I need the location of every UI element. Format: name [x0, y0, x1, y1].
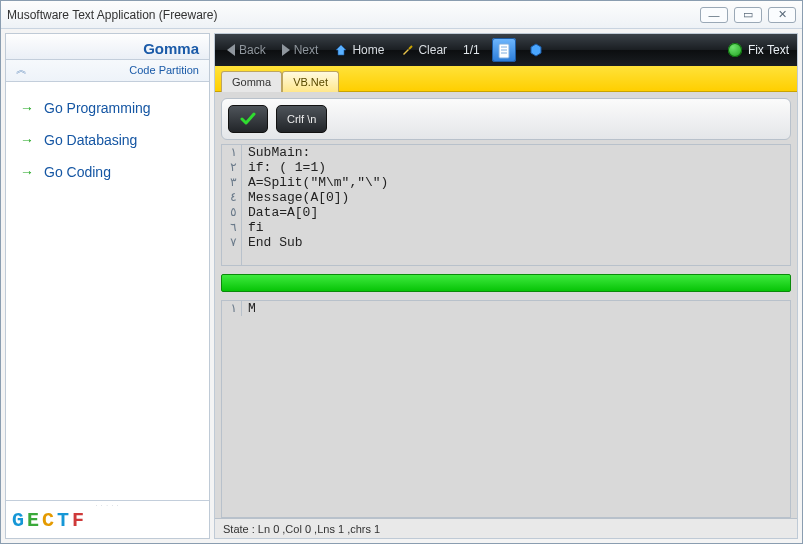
page-counter: 1/1 — [459, 43, 484, 57]
home-label: Home — [352, 43, 384, 57]
next-label: Next — [294, 43, 319, 57]
toolbar: Back Next Home Clear — [215, 34, 797, 66]
logo: GECTF — [6, 507, 209, 538]
status-text: State : Ln 0 ,Col 0 ,Lns 1 ,chrs 1 — [223, 523, 380, 535]
minimize-button[interactable]: — — [700, 7, 728, 23]
sidebar-item-programming[interactable]: → Go Programming — [12, 92, 203, 124]
window-title: Musoftware Text Application (Freeware) — [7, 8, 700, 22]
code-line: Data=A[0] — [242, 205, 318, 220]
back-icon — [227, 44, 235, 56]
tab-vbnet[interactable]: VB.Net — [282, 71, 339, 92]
sidebar-footer: . . . . . GECTF — [6, 500, 209, 538]
gutter: ١ — [222, 301, 242, 316]
code-line: Message(A[0]) — [242, 190, 349, 205]
sidebar: Gomma ︽ Code Partition → Go Programming … — [5, 33, 210, 539]
fix-text-button[interactable]: Fix Text — [728, 43, 789, 57]
arrow-right-icon: → — [20, 132, 34, 148]
svg-marker-5 — [531, 44, 541, 56]
document-button[interactable] — [492, 38, 516, 62]
gutter: ٢ — [222, 160, 242, 175]
hex-button[interactable] — [524, 38, 548, 62]
check-circle-icon — [728, 43, 742, 57]
output-panel[interactable]: ١M — [221, 300, 791, 518]
back-button[interactable]: Back — [223, 41, 270, 59]
arrow-right-icon: → — [20, 164, 34, 180]
code-editor[interactable]: ١SubMain: ٢if: ( 1=1) ٣A=Split("M\m","\"… — [221, 144, 791, 266]
progress-bar — [221, 274, 791, 292]
clear-label: Clear — [418, 43, 447, 57]
sidebar-subheader-label: Code Partition — [129, 64, 199, 76]
output-line: M — [242, 301, 256, 316]
svg-line-0 — [409, 46, 412, 49]
tab-strip: Gomma VB.Net — [215, 66, 797, 92]
close-button[interactable]: ✕ — [768, 7, 796, 23]
sidebar-item-label: Go Databasing — [44, 132, 137, 148]
hexagon-icon — [529, 43, 543, 57]
sidebar-list: → Go Programming → Go Databasing → Go Co… — [6, 82, 209, 500]
document-icon — [497, 43, 511, 57]
window-buttons: — ▭ ✕ — [700, 7, 796, 23]
code-line: End Sub — [242, 235, 303, 250]
gutter: ١ — [222, 145, 242, 160]
code-line: SubMain: — [242, 145, 310, 160]
home-icon — [334, 43, 348, 57]
next-button[interactable]: Next — [278, 41, 323, 59]
sidebar-header: Gomma — [6, 34, 209, 60]
gutter — [222, 250, 242, 265]
code-line: fi — [242, 220, 264, 235]
body: Gomma ︽ Code Partition → Go Programming … — [1, 29, 802, 543]
clear-button[interactable]: Clear — [396, 41, 451, 59]
gutter: ٧ — [222, 235, 242, 250]
sidebar-item-databasing[interactable]: → Go Databasing — [12, 124, 203, 156]
maximize-button[interactable]: ▭ — [734, 7, 762, 23]
fix-text-label: Fix Text — [748, 43, 789, 57]
code-line: if: ( 1=1) — [242, 160, 326, 175]
check-icon — [239, 110, 257, 128]
run-button[interactable] — [228, 105, 268, 133]
panel-toolbar: Crlf \n — [221, 98, 791, 140]
home-button[interactable]: Home — [330, 41, 388, 59]
sidebar-item-coding[interactable]: → Go Coding — [12, 156, 203, 188]
next-icon — [282, 44, 290, 56]
sidebar-item-label: Go Programming — [44, 100, 151, 116]
back-label: Back — [239, 43, 266, 57]
content: Crlf \n ١SubMain: ٢if: ( 1=1) ٣A=Split("… — [215, 92, 797, 518]
svg-rect-1 — [499, 44, 509, 58]
arrow-right-icon: → — [20, 100, 34, 116]
sidebar-subheader[interactable]: ︽ Code Partition — [6, 60, 209, 82]
chevron-up-icon: ︽ — [16, 62, 27, 77]
crlf-button[interactable]: Crlf \n — [276, 105, 327, 133]
gutter: ٦ — [222, 220, 242, 235]
tab-gomma[interactable]: Gomma — [221, 71, 282, 92]
broom-icon — [400, 43, 414, 57]
gutter: ٤ — [222, 190, 242, 205]
code-line: A=Split("M\m","\") — [242, 175, 388, 190]
gutter: ٣ — [222, 175, 242, 190]
status-bar: State : Ln 0 ,Col 0 ,Lns 1 ,chrs 1 — [215, 518, 797, 538]
sidebar-item-label: Go Coding — [44, 164, 111, 180]
app-window: Musoftware Text Application (Freeware) —… — [0, 0, 803, 544]
titlebar: Musoftware Text Application (Freeware) —… — [1, 1, 802, 29]
main-panel: Back Next Home Clear — [214, 33, 798, 539]
gutter: ٥ — [222, 205, 242, 220]
